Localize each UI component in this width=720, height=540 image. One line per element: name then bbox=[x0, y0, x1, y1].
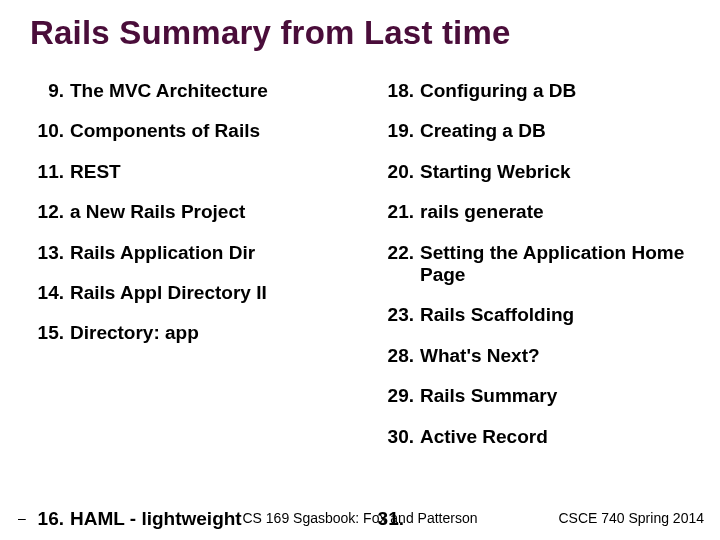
item-text: Directory: app bbox=[70, 322, 342, 344]
slide: Rails Summary from Last time 9. The MVC … bbox=[0, 0, 720, 540]
left-column: 9. The MVC Architecture 10. Components o… bbox=[32, 80, 342, 466]
item-text: a New Rails Project bbox=[70, 201, 342, 223]
item-text: REST bbox=[70, 161, 342, 183]
item-number: 21. bbox=[382, 201, 420, 223]
list-item: 20. Starting Webrick bbox=[382, 161, 692, 183]
item-text: Setting the Application Home Page bbox=[420, 242, 692, 287]
item-text: What's Next? bbox=[420, 345, 692, 367]
item-text: Components of Rails bbox=[70, 120, 342, 142]
item-number: 14. bbox=[32, 282, 70, 304]
footer-right: CSCE 740 Spring 2014 bbox=[558, 510, 704, 526]
item-text: Rails Summary bbox=[420, 385, 692, 407]
item-number: 29. bbox=[382, 385, 420, 407]
list-item: 28. What's Next? bbox=[382, 345, 692, 367]
list-item: 12. a New Rails Project bbox=[32, 201, 342, 223]
item-number: 19. bbox=[382, 120, 420, 142]
list-item: 22. Setting the Application Home Page bbox=[382, 242, 692, 287]
list-item: 14. Rails Appl Directory II bbox=[32, 282, 342, 304]
item-text: Starting Webrick bbox=[420, 161, 692, 183]
item-number: 23. bbox=[382, 304, 420, 326]
item-number: 12. bbox=[32, 201, 70, 223]
list-item: 15. Directory: app bbox=[32, 322, 342, 344]
item-text: rails generate bbox=[420, 201, 692, 223]
item-text: Configuring a DB bbox=[420, 80, 692, 102]
item-number: 13. bbox=[32, 242, 70, 264]
content-columns: 9. The MVC Architecture 10. Components o… bbox=[32, 80, 692, 466]
list-item: 30. Active Record bbox=[382, 426, 692, 448]
item-text: The MVC Architecture bbox=[70, 80, 342, 102]
list-item: 21. rails generate bbox=[382, 201, 692, 223]
list-item: 9. The MVC Architecture bbox=[32, 80, 342, 102]
item-number: 22. bbox=[382, 242, 420, 287]
item-number: 30. bbox=[382, 426, 420, 448]
item-number: 9. bbox=[32, 80, 70, 102]
item-number: 11. bbox=[32, 161, 70, 183]
item-text: Rails Application Dir bbox=[70, 242, 342, 264]
list-item: 19. Creating a DB bbox=[382, 120, 692, 142]
right-column: 18. Configuring a DB 19. Creating a DB 2… bbox=[382, 80, 692, 466]
item-text: Active Record bbox=[420, 426, 692, 448]
list-item: 10. Components of Rails bbox=[32, 120, 342, 142]
item-text: Rails Appl Directory II bbox=[70, 282, 342, 304]
item-number: 15. bbox=[32, 322, 70, 344]
list-item: 23. Rails Scaffolding bbox=[382, 304, 692, 326]
list-item: 29. Rails Summary bbox=[382, 385, 692, 407]
item-number: 18. bbox=[382, 80, 420, 102]
item-number: 28. bbox=[382, 345, 420, 367]
list-item: 13. Rails Application Dir bbox=[32, 242, 342, 264]
list-item: 11. REST bbox=[32, 161, 342, 183]
item-number: 20. bbox=[382, 161, 420, 183]
item-number: 10. bbox=[32, 120, 70, 142]
item-text: Creating a DB bbox=[420, 120, 692, 142]
list-item: 18. Configuring a DB bbox=[382, 80, 692, 102]
slide-title: Rails Summary from Last time bbox=[30, 14, 511, 52]
item-text: Rails Scaffolding bbox=[420, 304, 692, 326]
